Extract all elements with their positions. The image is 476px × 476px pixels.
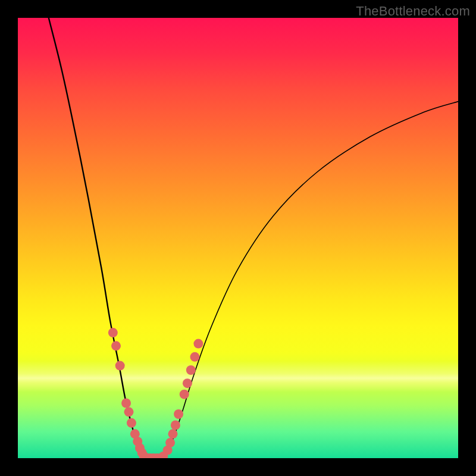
dots-right-point [180,390,189,399]
curve-ascending [163,102,458,458]
dots-left-point [108,328,118,337]
dots-left-point [127,418,136,428]
dots-left-point [115,361,125,371]
watermark-text: TheBottleneck.com [356,4,470,19]
dots-right-point [171,421,180,430]
dots-left-point [111,341,121,350]
dots-right-point [183,378,192,388]
dots-right-point [174,409,183,419]
dots-left-point [124,407,133,416]
dots-right-point [193,339,203,349]
dots-right-point [186,365,196,375]
plot-area [18,18,458,458]
curves-layer [49,18,458,458]
dots-right-point [165,438,175,447]
curve-descending [49,18,146,458]
chart-frame: TheBottleneck.com [0,0,476,476]
dots-right-point [168,429,177,439]
dots-left-point [121,399,131,408]
dots-layer [108,328,203,458]
dots-right-point [190,352,199,362]
chart-svg [18,18,458,458]
